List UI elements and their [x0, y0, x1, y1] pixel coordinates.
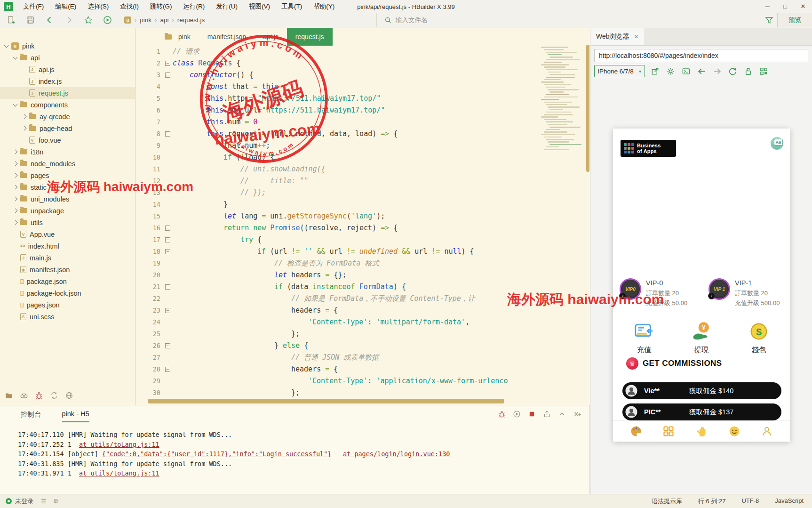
code-line[interactable]: 19// 检查是否为 FormData 格式 [136, 258, 590, 269]
horizontal-scrollbar[interactable] [148, 399, 504, 403]
fold-marker-icon[interactable]: – [165, 73, 170, 78]
close-icon[interactable]: ✕ [634, 33, 639, 40]
code-line[interactable]: 17–try { [136, 234, 590, 246]
tree-item-index-html[interactable]: <>index.html [0, 240, 135, 252]
tree-item-manifest-json[interactable]: ◉manifest.json [0, 264, 135, 275]
tree-item-foo-vue[interactable]: Vfoo.vue [0, 134, 135, 146]
menu-t[interactable]: 工具(T) [276, 0, 307, 13]
code-line[interactable]: 25}; [136, 328, 590, 340]
tree-item-request-js[interactable]: Jrequest.js [0, 87, 135, 99]
tree-item-api-js[interactable]: Japi.js [0, 64, 135, 75]
settings-icon[interactable] [666, 67, 675, 76]
tree-item-uni-scss[interactable]: Suni.scss [0, 311, 135, 323]
open-external-icon[interactable] [651, 67, 660, 76]
fold-marker-icon[interactable]: – [165, 61, 170, 66]
fold-marker-icon[interactable]: – [165, 226, 170, 231]
person-icon[interactable] [761, 425, 773, 437]
tab-web-browser[interactable]: Web浏览器 ✕ [590, 28, 645, 45]
log-link[interactable]: at utils/toLang.js:11 [79, 469, 159, 477]
fold-marker-icon[interactable]: – [165, 343, 170, 348]
log-link[interactable]: at utils/toLang.js:11 [79, 441, 159, 448]
tree-item-app-vue[interactable]: VApp.vue [0, 228, 135, 240]
code-line[interactable]: 13// }); [136, 187, 590, 199]
clear-icon[interactable] [573, 410, 581, 418]
code-line[interactable]: 24'Content-Type': 'multipart/form-data', [136, 316, 590, 328]
code-line[interactable]: 20let headers = {}; [136, 269, 590, 281]
console-tab-1[interactable]: pink - H5 [62, 410, 89, 422]
smiley-icon[interactable] [728, 425, 740, 437]
tree-item-package-lock-json[interactable]: [ ]package-lock.json [0, 287, 135, 299]
nav-back-icon[interactable] [45, 16, 54, 24]
status-item-1[interactable]: 行:6 列:27 [698, 497, 726, 506]
tree-item-utils[interactable]: utils [0, 217, 135, 228]
sync-icon[interactable] [50, 391, 58, 400]
language-globe-icon[interactable]: Aa [771, 137, 783, 150]
code-line[interactable]: 15let lang = uni.getStorageSync('lang'); [136, 210, 590, 222]
stop-icon[interactable] [528, 410, 536, 418]
export-icon[interactable] [543, 410, 551, 418]
star-icon[interactable] [84, 16, 93, 24]
tree-item-unpackage[interactable]: unpackage [0, 205, 135, 217]
menu-y[interactable]: 帮助(Y) [308, 0, 340, 13]
code-line[interactable]: 14} [136, 199, 590, 210]
tree-item-pink[interactable]: upink [0, 40, 135, 52]
action-wallet[interactable]: $錢包 [740, 321, 778, 355]
fold-marker-icon[interactable]: – [165, 249, 170, 254]
status-item-2[interactable]: UTF-8 [741, 497, 759, 506]
terminal-icon[interactable] [682, 67, 691, 76]
log-link[interactable]: at pages/login/login.vue:130 [343, 450, 450, 458]
unlock-icon[interactable] [744, 67, 753, 76]
fold-marker-icon[interactable]: – [165, 367, 170, 372]
new-file-icon[interactable] [7, 16, 16, 24]
collapse-icon[interactable] [558, 410, 566, 418]
code-line[interactable]: 29'Content-Type': 'application/x-www-for… [136, 375, 590, 387]
save-icon[interactable] [26, 16, 35, 24]
qr-icon[interactable] [759, 67, 768, 76]
fold-marker-icon[interactable]: – [165, 237, 170, 242]
menu-s[interactable]: 选择(S) [82, 0, 114, 13]
code-line[interactable]: 16–return new Promise((resolve, reject) … [136, 222, 590, 234]
action-withdraw[interactable]: ¥提現 [683, 321, 720, 355]
minimap[interactable] [541, 47, 584, 188]
minimize-button[interactable]: ─ [758, 0, 776, 13]
preview-button[interactable]: 预览 [777, 13, 812, 27]
filter-funnel-icon[interactable] [764, 16, 774, 25]
grid-icon[interactable] [662, 425, 675, 437]
menu-i[interactable]: 查找(I) [115, 0, 144, 13]
code-line[interactable]: 30}; [136, 387, 590, 399]
vertical-scrollbar[interactable] [586, 45, 589, 172]
tree-item-api[interactable]: api [0, 52, 135, 64]
run-circle-icon[interactable] [513, 410, 521, 418]
tree-item-index-js[interactable]: Jindex.js [0, 75, 135, 87]
code-line[interactable]: 26–} else { [136, 340, 590, 352]
code-line[interactable]: 28–headers = { [136, 363, 590, 375]
debug-icon[interactable] [35, 391, 43, 400]
menu-v[interactable]: 视图(V) [244, 0, 275, 13]
status-item-0[interactable]: 语法提示库 [652, 497, 682, 506]
fold-marker-icon[interactable]: – [165, 308, 170, 313]
menu-f[interactable]: 文件(F) [18, 0, 49, 13]
tree-item-main-js[interactable]: Jmain.js [0, 252, 135, 264]
palette-icon[interactable] [630, 425, 642, 437]
console-tab-0[interactable]: 控制台 [21, 410, 41, 422]
files-icon[interactable] [5, 391, 13, 400]
globe-icon[interactable] [65, 391, 73, 400]
tree-item-node-modules[interactable]: node_modules [0, 158, 135, 169]
breadcrumb-item[interactable]: api [160, 16, 168, 24]
tree-item-components[interactable]: components [0, 99, 135, 111]
login-status[interactable]: 未登录 [15, 497, 33, 506]
run-icon[interactable] [103, 16, 112, 24]
tree-item-ay-qrcode[interactable]: ay-qrcode [0, 111, 135, 122]
log-link[interactable]: {"code":0,"data":{"user_id":1117},"info"… [102, 450, 332, 458]
close-button[interactable]: ✕ [794, 0, 812, 13]
refresh-icon[interactable] [728, 67, 737, 76]
file-search-input[interactable]: 输入文件名 [376, 13, 760, 27]
list-icon[interactable]: ☰ [41, 498, 47, 505]
code-line[interactable]: 12// title: "" [136, 175, 590, 187]
tree-item-package-json[interactable]: [ ]package.json [0, 275, 135, 287]
tree-item-page-head[interactable]: page-head [0, 122, 135, 134]
fold-marker-icon[interactable]: – [165, 284, 170, 290]
hand-icon[interactable] [695, 425, 708, 437]
code-line[interactable]: 27// 普通 JSON 或表单数据 [136, 352, 590, 363]
device-selector[interactable]: iPhone 6/7/8 ▾ [594, 65, 645, 77]
